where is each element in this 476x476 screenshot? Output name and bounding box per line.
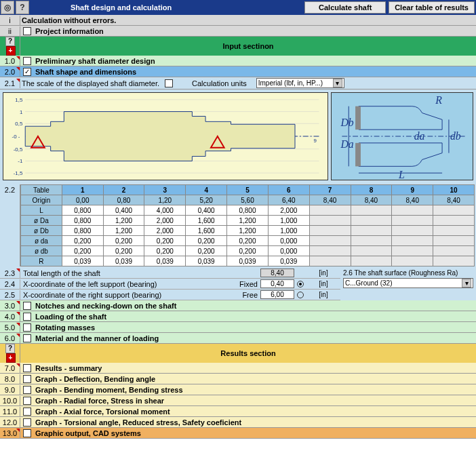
results-checkbox[interactable] [23,364,31,372]
svg-text:1,5: 1,5 [15,97,23,103]
right-support-radio[interactable] [297,292,304,298]
left-support-input[interactable]: 0,40 [260,279,294,288]
loading-checkbox[interactable] [23,313,31,321]
left-support-radio[interactable] [297,281,304,287]
notches-checkbox[interactable] [23,302,31,310]
surface-dropdown[interactable]: C...Ground (32) ▾ [343,278,473,288]
row-total-length: 2.3 Total length of the shaft 8,40 [in] [0,268,340,279]
help-section-button[interactable]: ? [5,344,15,353]
shaft-table-area: 2.2 Table12345678910Origin0,000,801,205,… [0,183,476,268]
graph-checkbox[interactable] [23,375,31,383]
row-num: ii [0,26,20,36]
graph-label: Graph - Axial force, Torsional moment [34,407,476,416]
scale-label: The scale of the displayed shaft diamete… [22,79,159,87]
graph-checkbox[interactable] [23,386,31,394]
graph-label: Graph - Radial force, Stress in shear [34,396,476,405]
total-length-value: 8,40 [260,269,294,277]
row-num: 3.0 [0,301,20,311]
graph-checkbox[interactable] [23,418,31,427]
shaft-dimensions-table[interactable]: Table12345678910Origin0,000,801,205,205,… [20,184,475,266]
title-bar: ◎ ? Shaft design and calculation Calcula… [0,0,476,15]
diag-label-Db: Db [340,117,353,128]
info-row-i: i Calculation without errors. [0,15,476,26]
project-info-checkbox[interactable] [23,27,31,35]
row-num: 9.0 [0,385,20,395]
results-section-title: Results section [20,348,476,359]
surface-label: The shaft surface (Roughness Ra) [355,269,458,277]
diag-label-R: R [435,94,442,106]
loading-label: Loading of the shaft [34,312,476,321]
svg-rect-28 [355,143,361,166]
diag-label-Da: Da [340,138,353,150]
graph-checkbox[interactable] [23,397,31,405]
row-loading: 4.0 Loading of the shaft [0,311,476,322]
left-support-label: X-coordinate of the left support (bearin… [20,279,226,289]
surface-dropdown-value: C...Ground (32) [345,279,392,287]
units-dropdown-value: Imperial (lbf, in, HP...) [258,79,323,87]
unit-label: [in] [306,280,340,287]
diag-label-db: db [450,130,461,142]
scale-checkbox[interactable] [165,79,173,87]
shaft-profile-chart: 1,5 1 0,5 -0 - -0,5 -1 -1,5 12 34 56 78 … [3,92,328,180]
shaft-shape-checkbox[interactable] [23,68,31,76]
left-support-mode: Fixed [226,280,260,288]
row-notches: 3.0 Notches and necking-down on the shaf… [0,300,476,311]
svg-text:-0,5: -0,5 [14,146,23,153]
graph-checkbox[interactable] [23,408,31,416]
svg-text:-0 -: -0 - [12,134,20,140]
svg-text:-1: -1 [18,158,22,164]
row-num: 2.4 [0,279,20,289]
row-graph-radial: 10.0 Graph - Radial force, Stress in she… [0,395,476,406]
results-label: Results - summary [34,363,476,373]
graph-label: Graph - Torsional angle, Reduced stress,… [34,418,476,427]
unit-label: [in] [306,269,340,277]
units-dropdown[interactable]: Imperial (lbf, in, HP...) ▾ [256,78,344,88]
right-support-label: X-coordinate of the right support (beari… [20,290,226,300]
row-num: 10.0 [0,396,20,405]
row-num: 2.3 [0,269,20,278]
input-section-title: Input sectinon [20,41,476,52]
expand-section-button[interactable]: + [6,353,16,363]
expand-section-button[interactable]: + [6,46,16,56]
info-row-ii: ii Project information [0,26,476,37]
clear-results-button[interactable]: Clear table of results [389,1,475,14]
preliminary-checkbox[interactable] [23,57,31,65]
right-support-mode: Free [226,291,260,299]
svg-text:0,5: 0,5 [15,121,23,127]
cad-label: Graphic output, CAD systems [34,429,476,438]
right-support-input[interactable]: 6,00 [260,290,294,299]
diag-label-L: L [398,169,405,180]
row-num: 2.1 [0,79,20,88]
graphics-area: 1,5 1 0,5 -0 - -0,5 -1 -1,5 12 34 56 78 … [0,90,476,183]
graph-label: Graph - Deflection, Bending angle [34,374,476,384]
help-icon[interactable]: ? [16,1,29,14]
row-num: 4.0 [0,312,20,321]
row-num: 5.0 [0,323,20,332]
row-num: 7.0 [0,363,20,373]
input-section-header: ?+ Input sectinon [0,37,476,56]
app-icon[interactable]: ◎ [1,1,14,14]
row-num: 13.0 [0,429,20,438]
material-checkbox[interactable] [23,334,31,342]
row-rotating-masses: 5.0 Rotating masses [0,322,476,333]
row-num: 1.0 [0,56,20,66]
row-graph-torsional: 12.0 Graph - Torsional angle, Reduced st… [0,417,476,428]
unit-label: [in] [306,291,340,298]
calculate-shaft-button[interactable]: Calculate shaft [304,1,386,14]
rotating-masses-checkbox[interactable] [23,323,31,332]
row-shaft-shape: 2.0 Shaft shape and dimensions [0,66,476,77]
dropdown-arrow-icon: ▾ [462,279,471,287]
help-section-button[interactable]: ? [5,37,15,46]
dimension-diagram: R Db Da da db L [331,92,473,180]
row-graph-axial: 11.0 Graph - Axial force, Torsional mome… [0,406,476,417]
diag-label-da: da [414,130,425,142]
row-num: i [0,16,20,25]
svg-text:9: 9 [314,138,317,144]
row-preliminary-design: 1.0 Preliminary shaft diameter design [0,56,476,66]
notches-label: Notches and necking-down on the shaft [34,301,476,311]
row-num: 12.0 [0,418,20,427]
row-left-support: 2.4 X-coordinate of the left support (be… [0,279,340,290]
row-num: 2.6 [343,269,353,277]
row-material: 6.0 Material and the manner of loading [0,333,476,344]
cad-checkbox[interactable] [23,429,31,437]
